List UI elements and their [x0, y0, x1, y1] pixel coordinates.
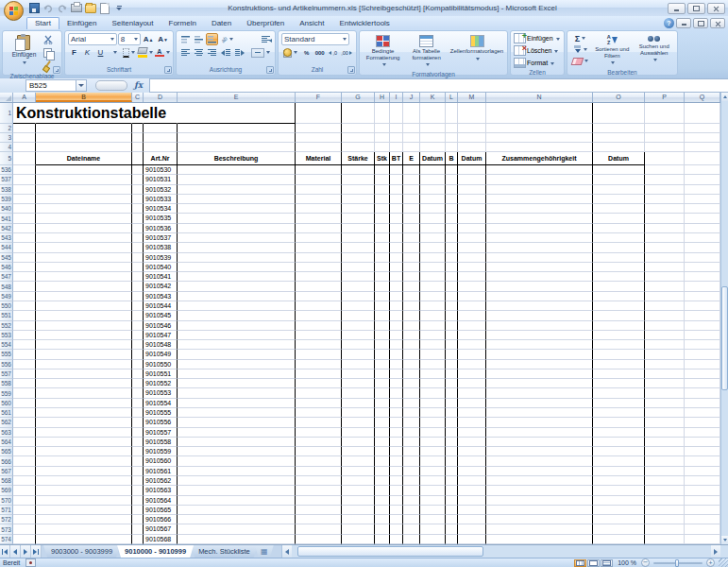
cell-J562[interactable] — [403, 418, 420, 427]
cell-F539[interactable] — [296, 195, 342, 204]
cell-J573[interactable] — [403, 524, 420, 534]
cell-K553[interactable] — [420, 331, 446, 340]
cell-B566[interactable] — [36, 456, 132, 466]
cell-C542[interactable] — [132, 224, 144, 233]
cell-O554[interactable] — [593, 340, 645, 350]
cell-D540[interactable]: 9010534 — [144, 204, 178, 214]
print-button[interactable] — [71, 3, 82, 14]
cell-Q567[interactable] — [685, 467, 720, 476]
grow-font-button[interactable]: A▲ — [142, 33, 156, 45]
cell-O547[interactable] — [593, 272, 645, 282]
cell-E573[interactable] — [178, 524, 296, 534]
cell-G537[interactable] — [342, 175, 375, 184]
cell-A553[interactable] — [13, 331, 36, 340]
scroll-left-button[interactable] — [282, 545, 292, 558]
dialog-launcher-ausrichtung[interactable] — [266, 66, 274, 74]
cell-M571[interactable] — [458, 506, 486, 515]
cell-N572[interactable] — [486, 515, 593, 524]
cell-N565[interactable] — [486, 447, 593, 456]
cell-O556[interactable] — [593, 360, 645, 369]
cell-A561[interactable] — [13, 408, 36, 418]
cell-C545[interactable] — [132, 253, 144, 263]
cell-M4[interactable] — [458, 143, 486, 152]
cell-I562[interactable] — [390, 418, 403, 427]
cell-L568[interactable] — [446, 476, 458, 486]
cell-C572[interactable] — [132, 515, 144, 524]
cell-H2[interactable] — [375, 124, 390, 133]
cell-F4[interactable] — [296, 143, 342, 152]
cell-I544[interactable] — [390, 243, 403, 252]
cell-P574[interactable] — [645, 535, 685, 544]
cell-D562[interactable]: 9010556 — [144, 418, 178, 427]
cell-G553[interactable] — [342, 331, 375, 340]
cell-C548[interactable] — [132, 282, 144, 291]
cell-N570[interactable] — [486, 496, 593, 506]
column-header-H[interactable]: H — [375, 93, 390, 102]
cell-O574[interactable] — [593, 535, 645, 544]
font-color-button[interactable]: A — [154, 46, 170, 59]
cell-N553[interactable] — [486, 331, 593, 340]
cell-F561[interactable] — [296, 408, 342, 418]
cell-O566[interactable] — [593, 456, 645, 466]
ribbon-tab-überprüfen[interactable]: Überprüfen — [239, 17, 292, 29]
cell-O540[interactable] — [593, 204, 645, 214]
cell-M563[interactable] — [458, 428, 486, 438]
cell-N550[interactable] — [486, 301, 593, 311]
format-as-table-button[interactable]: Als Tabelle formatieren — [405, 33, 448, 70]
cell-H563[interactable] — [375, 428, 390, 438]
cell-I570[interactable] — [390, 496, 403, 506]
cell-K551[interactable] — [420, 311, 446, 320]
cell-O560[interactable] — [593, 399, 645, 408]
cell-N549[interactable] — [486, 292, 593, 301]
cell-G556[interactable] — [342, 360, 375, 369]
cell-N567[interactable] — [486, 467, 593, 476]
percent-button[interactable]: % — [300, 46, 313, 59]
column-header-B[interactable]: B — [36, 93, 132, 102]
zoom-out-button[interactable]: − — [641, 558, 650, 567]
minimize-button[interactable] — [668, 3, 686, 14]
cell-C537[interactable] — [132, 175, 144, 184]
cell-F573[interactable] — [296, 524, 342, 534]
cell-N551[interactable] — [486, 311, 593, 320]
cell-H564[interactable] — [375, 438, 390, 447]
cell-J558[interactable] — [403, 379, 420, 388]
vertical-scrollbar[interactable] — [720, 93, 728, 544]
cell-D573[interactable]: 9010567 — [144, 524, 178, 534]
cell-M562[interactable] — [458, 418, 486, 427]
cell-G546[interactable] — [342, 263, 375, 272]
cell-J554[interactable] — [403, 340, 420, 350]
cell-H5[interactable]: Stk — [375, 152, 390, 165]
insert-cells-button[interactable]: Einfügen — [514, 33, 561, 43]
row-header-566[interactable]: 566 — [0, 456, 13, 466]
cell-L548[interactable] — [446, 282, 458, 291]
cell-A570[interactable] — [13, 496, 36, 506]
cell-Q549[interactable] — [685, 292, 720, 301]
cell-A557[interactable] — [13, 369, 36, 379]
cell-D571[interactable]: 9010565 — [144, 506, 178, 515]
delete-cells-button[interactable]: Löschen — [514, 45, 561, 56]
cell-E554[interactable] — [178, 340, 296, 350]
cell-E570[interactable] — [178, 496, 296, 506]
scroll-down-button[interactable] — [721, 536, 728, 544]
cell-F541[interactable] — [296, 214, 342, 223]
cell-H558[interactable] — [375, 379, 390, 388]
cell-C561[interactable] — [132, 408, 144, 418]
cell-G568[interactable] — [342, 476, 375, 486]
cell-J555[interactable] — [403, 350, 420, 359]
cell-N560[interactable] — [486, 399, 593, 408]
cell-Q5[interactable] — [685, 152, 720, 165]
cell-M564[interactable] — [458, 438, 486, 447]
cell-N573[interactable] — [486, 524, 593, 534]
format-cells-button[interactable]: Format — [514, 58, 561, 68]
cell-M560[interactable] — [458, 399, 486, 408]
cell-G566[interactable] — [342, 456, 375, 466]
cell-I2[interactable] — [390, 124, 403, 133]
cell-J543[interactable] — [403, 233, 420, 243]
cell-I573[interactable] — [390, 524, 403, 534]
cell-A538[interactable] — [13, 185, 36, 195]
ribbon-tab-entwicklertools[interactable]: Entwicklertools — [332, 17, 398, 29]
cell-K572[interactable] — [420, 515, 446, 524]
row-header-562[interactable]: 562 — [0, 418, 13, 427]
cell-G573[interactable] — [342, 524, 375, 534]
name-box[interactable]: B525 — [25, 79, 76, 92]
